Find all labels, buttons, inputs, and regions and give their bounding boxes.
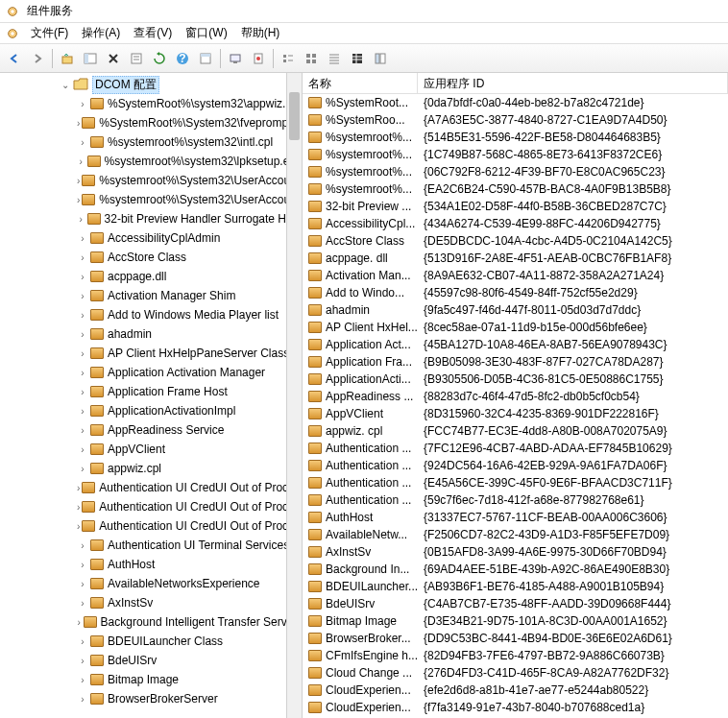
back-button[interactable] bbox=[4, 48, 25, 69]
list-row[interactable]: Add to Windo...{45597c98-80f6-4549-84ff-… bbox=[303, 284, 728, 301]
list-row[interactable]: Authentication ...{59c7f6ec-7d18-412f-a6… bbox=[303, 491, 728, 509]
tree-item[interactable]: ›AppVClient bbox=[0, 440, 302, 459]
tree-item[interactable]: ›ahadmin bbox=[0, 324, 302, 344]
up-button[interactable] bbox=[57, 48, 78, 69]
expand-icon[interactable]: › bbox=[77, 347, 88, 359]
properties-button[interactable] bbox=[126, 48, 147, 69]
tree-item[interactable]: ›Activation Manager Shim bbox=[0, 286, 302, 305]
tree-item[interactable]: ›Application Frame Host bbox=[0, 382, 302, 401]
expand-icon[interactable]: › bbox=[77, 290, 88, 301]
list-row[interactable]: CloudExperien...{efe2d6d8-a81b-41e7-ae77… bbox=[303, 682, 728, 699]
expand-icon[interactable]: › bbox=[77, 328, 88, 340]
computer-button[interactable] bbox=[225, 48, 246, 69]
delete-button[interactable] bbox=[103, 48, 124, 69]
list-row[interactable]: Cloud Change ...{276D4FD3-C41D-465F-8CA9… bbox=[303, 664, 728, 682]
list-row[interactable]: BrowserBroker...{DD9C53BC-8441-4B94-BD0E… bbox=[303, 630, 728, 647]
expand-icon[interactable]: › bbox=[77, 117, 80, 129]
tree-item[interactable]: ›AvailableNetworksExperience bbox=[0, 574, 302, 593]
expand-icon[interactable]: › bbox=[77, 251, 88, 263]
expand-icon[interactable]: › bbox=[77, 424, 88, 436]
tree-item[interactable]: ›Bitmap Image bbox=[0, 670, 302, 689]
tree-node-dcom[interactable]: ⌄ DCOM 配置 bbox=[0, 75, 302, 94]
list-row[interactable]: AuthHost{31337EC7-5767-11CF-BEAB-00AA006… bbox=[303, 509, 728, 526]
tree-item[interactable]: ›Authentication UI CredUI Out of Proc He… bbox=[0, 497, 302, 516]
list-row[interactable]: Authentication ...{E45A56CE-399C-45F0-9E… bbox=[303, 474, 728, 491]
list-row[interactable]: CloudExperien...{f7fa3149-91e7-43b7-8040… bbox=[303, 699, 728, 716]
expand-icon[interactable]: › bbox=[77, 674, 88, 685]
list-row[interactable]: BdeUISrv{C4AB7CB7-E735-48FF-AADD-39D0966… bbox=[303, 595, 728, 612]
collapse-icon[interactable]: ⌄ bbox=[60, 79, 71, 90]
show-tree-button[interactable] bbox=[80, 48, 101, 69]
refresh-button[interactable] bbox=[149, 48, 170, 69]
expand-icon[interactable]: › bbox=[77, 559, 88, 570]
list-row[interactable]: Authentication ...{924DC564-16A6-42EB-92… bbox=[303, 457, 728, 474]
tree-item[interactable]: ›AP Client HxHelpPaneServer Class bbox=[0, 344, 302, 363]
expand-icon[interactable]: › bbox=[77, 98, 88, 109]
tree-item[interactable]: ›Authentication UI CredUI Out of Proc He… bbox=[0, 478, 302, 497]
tree-item[interactable]: ›%systemroot%\System32\UserAccountContro… bbox=[0, 171, 302, 190]
tree-item[interactable]: ›AccessibilityCplAdmin bbox=[0, 228, 302, 248]
tree-item[interactable]: ›32-bit Preview Handler Surrogate Host bbox=[0, 209, 302, 228]
tree-item[interactable]: ›AccStore Class bbox=[0, 248, 302, 267]
view5-button[interactable] bbox=[370, 48, 391, 69]
tree-item[interactable]: ›BDEUILauncher Class bbox=[0, 632, 302, 651]
expand-icon[interactable]: › bbox=[77, 539, 88, 551]
expand-icon[interactable]: › bbox=[77, 136, 88, 148]
view1-button[interactable] bbox=[278, 48, 299, 69]
menu-file[interactable]: 文件(F) bbox=[25, 23, 74, 43]
list-row[interactable]: %SystemRoo...{A7A63E5C-3877-4840-8727-C1… bbox=[303, 111, 728, 129]
list-row[interactable]: Activation Man...{8A9AE632-CB07-4A11-887… bbox=[303, 267, 728, 284]
forward-button[interactable] bbox=[27, 48, 48, 69]
expand-icon[interactable]: › bbox=[77, 367, 88, 378]
list-row[interactable]: AccStore Class{DE5DBCDC-104A-4cbc-A4D5-0… bbox=[303, 232, 728, 250]
col-appid[interactable]: 应用程序 ID bbox=[418, 73, 728, 93]
expand-icon[interactable]: › bbox=[77, 232, 88, 244]
col-name[interactable]: 名称 bbox=[303, 73, 418, 93]
event-button[interactable] bbox=[248, 48, 269, 69]
tree-item[interactable]: ›AxInstSv bbox=[0, 593, 302, 612]
expand-icon[interactable]: › bbox=[77, 578, 88, 589]
list-row[interactable]: %SystemRoot...{0da7bfdf-c0a0-44eb-be82-b… bbox=[303, 94, 728, 111]
tree-item[interactable]: ›%systemroot%\system32\lpksetup.exe bbox=[0, 152, 302, 171]
new-window-button[interactable] bbox=[195, 48, 216, 69]
expand-icon[interactable]: › bbox=[77, 597, 88, 609]
expand-icon[interactable]: › bbox=[77, 405, 88, 417]
tree-item[interactable]: ›Background Intelligent Transfer Service bbox=[0, 612, 302, 632]
list-row[interactable]: CFmIfsEngine h...{82D94FB3-7FE6-4797-BB7… bbox=[303, 647, 728, 664]
list-row[interactable]: %systemroot%...{514B5E31-5596-422F-BE58-… bbox=[303, 129, 728, 146]
list-row[interactable]: %systemroot%...{06C792F8-6212-4F39-BF70-… bbox=[303, 163, 728, 180]
help-button[interactable]: ? bbox=[172, 48, 193, 69]
tree-item[interactable]: ›%systemroot%\system32\intl.cpl bbox=[0, 132, 302, 152]
expand-icon[interactable]: › bbox=[77, 655, 88, 666]
tree-item[interactable]: ›BrowserBrokerServer bbox=[0, 689, 302, 708]
list-row[interactable]: AccessibilityCpl...{434A6274-C539-4E99-8… bbox=[303, 215, 728, 232]
list-row[interactable]: ApplicationActi...{B9305506-D05B-4C36-81… bbox=[303, 371, 728, 388]
menu-window[interactable]: 窗口(W) bbox=[180, 23, 232, 43]
expand-icon[interactable]: › bbox=[77, 520, 80, 532]
tree-item[interactable]: ›AppReadiness Service bbox=[0, 420, 302, 440]
view4-button[interactable] bbox=[347, 48, 368, 69]
expand-icon[interactable]: › bbox=[77, 635, 88, 647]
menu-action[interactable]: 操作(A) bbox=[76, 23, 126, 43]
expand-icon[interactable]: › bbox=[77, 443, 88, 455]
tree-item[interactable]: ›Authentication UI Terminal Services bbox=[0, 536, 302, 555]
expand-icon[interactable]: › bbox=[77, 156, 85, 167]
expand-icon[interactable]: › bbox=[77, 463, 88, 474]
expand-icon[interactable]: › bbox=[77, 501, 80, 513]
list-row[interactable]: BDEUILauncher...{AB93B6F1-BE76-4185-A488… bbox=[303, 578, 728, 595]
view3-button[interactable] bbox=[324, 48, 345, 69]
expand-icon[interactable]: › bbox=[77, 482, 80, 493]
list-row[interactable]: acppage. dll{513D916F-2A8E-4F51-AEAB-0CB… bbox=[303, 250, 728, 267]
tree-item[interactable]: ›ApplicationActivationImpl bbox=[0, 401, 302, 420]
menu-help[interactable]: 帮助(H) bbox=[235, 23, 286, 43]
expand-icon[interactable]: › bbox=[77, 309, 88, 321]
list-row[interactable]: Bitmap Image{D3E34B21-9D75-101A-8C3D-00A… bbox=[303, 612, 728, 630]
list-row[interactable]: Application Fra...{B9B05098-3E30-483F-87… bbox=[303, 353, 728, 371]
list-row[interactable]: appwiz. cpl{FCC74B77-EC3E-4dd8-A80B-008A… bbox=[303, 422, 728, 440]
tree-item[interactable]: ›Authentication UI CredUI Out of Proc He… bbox=[0, 516, 302, 536]
expand-icon[interactable]: › bbox=[77, 693, 88, 705]
view2-button[interactable] bbox=[301, 48, 322, 69]
list-row[interactable]: Application Act...{45BA127D-10A8-46EA-8A… bbox=[303, 336, 728, 353]
tree-item[interactable]: ›%SystemRoot%\system32\appwiz.cpl bbox=[0, 94, 302, 113]
tree-item[interactable]: ›%systemroot%\System32\UserAccountContro… bbox=[0, 190, 302, 209]
